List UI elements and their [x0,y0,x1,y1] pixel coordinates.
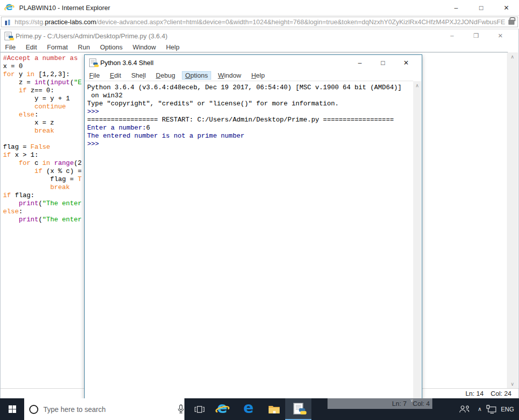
shell-line: Python 3.6.4 (v3.6.4:d48eceb, Dec 19 201… [87,84,413,92]
menu-item-window[interactable]: Window [214,71,244,80]
editor-status-col: Col: 24 [491,390,511,397]
menu-item-help[interactable]: Help [248,71,269,80]
shell-text-area[interactable]: Python 3.6.4 (v3.6.4:d48eceb, Dec 19 201… [85,81,413,410]
editor-menubar: FileEditFormatRunOptionsWindowHelp [1,42,518,52]
shell-maximize-button[interactable]: □ [371,55,395,70]
scroll-down-icon[interactable]: ∨ [507,380,518,388]
search-input[interactable] [43,405,177,413]
taskbar-edge-button[interactable]: e [237,398,261,420]
menu-item-help[interactable]: Help [162,43,183,51]
menu-item-edit[interactable]: Edit [22,43,40,51]
ssl-lock-icon [508,20,514,25]
taskbar-search[interactable] [24,398,184,420]
menu-item-file[interactable]: File [86,71,103,80]
windows-taskbar: e e ∨ Ln: 7Col: 4 ∧ ENG [0,398,519,420]
shell-line: ================== RESTART: C:/Users/Adm… [87,116,413,124]
taskbar-idle-button-active[interactable] [285,398,311,420]
scroll-up-icon[interactable]: ∧ [507,52,518,61]
shell-vertical-scrollbar[interactable]: ∧ [413,81,421,410]
menu-item-file[interactable]: File [2,43,19,51]
ie-maximize-button[interactable]: □ [469,0,494,15]
site-favicon [5,19,12,26]
menu-item-run[interactable]: Run [75,43,94,51]
editor-status-line: Ln: 14 [466,390,484,397]
editor-minimize-button[interactable]: – [440,29,464,42]
cortana-icon [29,405,38,414]
shell-line: >>> [87,108,413,116]
shell-line: Enter a number:6 [87,124,413,132]
idle-file-icon [5,32,12,40]
idle-shell-icon [89,58,96,67]
ie-minimize-button[interactable]: – [443,0,469,15]
network-icon [486,405,497,414]
ie-address-bar: https://stg.practice-labs.com/device-adv… [0,15,519,29]
file-explorer-icon [268,405,280,414]
edge-icon: e [241,402,256,417]
editor-titlebar: Prime.py - C:/Users/Admin/Desktop/Prime.… [1,29,518,42]
show-hidden-icons-button[interactable]: ∧ [475,398,485,420]
url-domain: practice-labs.com [45,18,96,26]
shell-line: The entered number is not a prime number [87,132,413,140]
shell-line: on win32 [87,92,413,100]
editor-restore-button[interactable]: ❐ [464,29,488,42]
windows-logo-icon [9,405,16,413]
menu-item-shell[interactable]: Shell [127,71,149,80]
microphone-icon[interactable] [177,404,184,414]
url-text: https://stg.practice-labs.com/device-adv… [15,18,505,26]
taskbar-ie-button[interactable]: e [211,398,235,420]
shell-line: Type "copyright", "credits" or "license(… [87,100,413,108]
shell-statusbar-behind-taskbar: ∨ Ln: 7Col: 4 [328,398,432,409]
ie-titlebar: e PLABWIN10 - Internet Explorer – □ ✕ [0,0,519,15]
internet-explorer-icon: e [215,402,230,417]
taskbar-file-explorer-button[interactable] [263,398,285,420]
menu-item-edit[interactable]: Edit [106,71,124,80]
shell-window-title: Python 3.6.4 Shell [100,59,154,67]
url-subdomain: stg. [34,18,45,26]
shell-menubar: FileEditShellDebugOptionsWindowHelp [85,70,422,81]
task-view-icon [194,404,205,414]
menu-item-debug[interactable]: Debug [152,71,178,80]
network-status-button[interactable] [485,398,498,420]
url-input[interactable]: https://stg.practice-labs.com/device-adv… [1,17,518,27]
shell-titlebar: Python 3.6.4 Shell – □ ✕ [85,55,422,70]
shell-status-text: Ln: 7Col: 4 [386,400,430,407]
start-button[interactable] [0,398,24,420]
idle-file-icon [294,403,303,414]
shell-close-button[interactable]: ✕ [395,55,418,70]
ie-window-title: PLABWIN10 - Internet Explorer [19,4,110,12]
people-button[interactable] [456,398,473,420]
task-view-button[interactable] [189,398,210,420]
people-icon [459,405,471,413]
scroll-up-icon[interactable]: ∧ [413,81,421,90]
python-shell-window: Python 3.6.4 Shell – □ ✕ FileEditShellDe… [84,54,422,411]
internet-explorer-icon: e [4,2,15,13]
menu-item-options[interactable]: Options [182,71,212,80]
editor-close-button[interactable]: ✕ [488,29,512,42]
url-path: /device-advanced.aspx?client=html&device… [96,18,505,26]
editor-window-title: Prime.py - C:/Users/Admin/Desktop/Prime.… [16,32,167,40]
ie-close-button[interactable]: ✕ [494,0,519,15]
menu-item-window[interactable]: Window [129,43,159,51]
menu-item-format[interactable]: Format [43,43,71,51]
editor-vertical-scrollbar[interactable]: ∧ ∨ [507,52,518,388]
shell-minimize-button[interactable]: – [348,55,371,70]
url-scheme: https:// [15,18,34,26]
language-indicator[interactable]: ENG [499,398,516,420]
shell-line: >>> [87,140,413,148]
menu-item-options[interactable]: Options [96,43,126,51]
